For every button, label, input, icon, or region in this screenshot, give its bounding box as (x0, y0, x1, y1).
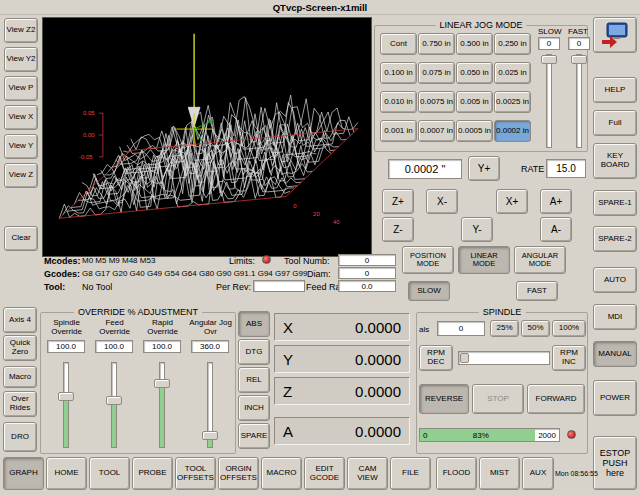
dro-rel-button[interactable]: REL (238, 367, 270, 393)
tab-edit-gcode[interactable]: EDIT GCODE (304, 457, 345, 490)
feed-override-slider[interactable] (106, 362, 122, 448)
rate-label: RATE (521, 164, 544, 174)
full-button[interactable]: Full (593, 110, 637, 136)
dro-axis-value: 0.0000 (355, 351, 401, 368)
angular-mode-button[interactable]: ANGULAR MODE (514, 246, 566, 274)
feed-rate-field: 0.0 (338, 280, 396, 292)
jog-increment-button[interactable]: 0.005 in (456, 91, 493, 113)
dro-axis-value: 0.0000 (355, 423, 401, 440)
jog-increment-button[interactable]: 0.750 in (418, 33, 455, 55)
view-y-button[interactable]: View Y (4, 134, 38, 159)
jog-increment-button[interactable]: 0.250 in (494, 33, 531, 55)
jog-increment-button[interactable]: 0.025 in (494, 62, 531, 84)
jog-increment-button[interactable]: 0.0075 in (418, 91, 455, 113)
spindle-group-title: SPINDLE (479, 307, 526, 317)
jog-increment-button[interactable]: 0.010 in (380, 91, 417, 113)
jog-increment-button[interactable]: 0.100 in (380, 62, 417, 84)
jog-increment-button[interactable]: 0.050 in (456, 62, 493, 84)
jog-increment-button[interactable]: Cont (380, 33, 417, 55)
slow-slider-label: SLOW (538, 27, 562, 36)
dro-y-row: Y 0.0000 (274, 345, 410, 373)
jog-z-plus-button[interactable]: Z+ (382, 189, 414, 214)
jog-fast-button[interactable]: FAST (516, 281, 558, 301)
jog-a-minus-button[interactable]: A- (540, 217, 572, 242)
tab-tool[interactable]: TOOL (89, 457, 130, 490)
quick-zero-button[interactable]: Quick Zero (3, 335, 37, 361)
jog-increment-button-selected[interactable]: 0.0002 in (494, 120, 531, 142)
dro-dtg-button[interactable]: DTG (238, 339, 270, 365)
overrides-side-button[interactable]: Over Rides (3, 391, 37, 417)
help-button[interactable]: HELP (593, 77, 637, 103)
jog-increment-button[interactable]: 0.500 in (456, 33, 493, 55)
dro-axis-letter: A (283, 423, 293, 440)
jog-z-minus-button[interactable]: Z- (382, 217, 414, 242)
tab-macro[interactable]: MACRO (261, 457, 302, 490)
view-y2-button[interactable]: View Y2 (4, 47, 38, 72)
power-button[interactable]: POWER (593, 380, 637, 416)
manual-mode-button[interactable]: MANUAL (593, 341, 637, 367)
view-clear-button[interactable]: Clear (4, 226, 38, 251)
jog-increment-button[interactable]: 0.001 in (380, 120, 417, 142)
jog-slow-button[interactable]: SLOW (408, 281, 450, 301)
dro-side-button[interactable]: DRO (3, 422, 37, 452)
tab-graph[interactable]: GRAPH (3, 457, 44, 490)
view-p-button[interactable]: View P (4, 76, 38, 101)
keyboard-button[interactable]: KEY BOARD (593, 143, 637, 179)
jog-increment-button[interactable]: 0.0005 in (456, 120, 493, 142)
tab-cam-view[interactable]: CAM VIEW (347, 457, 388, 490)
jog-x-minus-button[interactable]: X- (426, 189, 458, 214)
spindle-100pct-button[interactable]: 100% (552, 320, 586, 337)
slow-jog-slider[interactable] (541, 54, 557, 148)
limits-label: Limits: (229, 256, 255, 266)
tab-file[interactable]: FILE (390, 457, 431, 490)
axis-select-button[interactable]: Axis 4 (3, 307, 37, 333)
dro-axis-value: 0.0000 (355, 319, 401, 336)
spindle-50pct-button[interactable]: 50% (521, 320, 550, 337)
jog-increment-button[interactable]: 0.0025 in (494, 91, 531, 113)
jog-a-plus-button[interactable]: A+ (540, 189, 572, 214)
spindle-reverse-button[interactable]: REVERSE (419, 384, 469, 414)
view-x-button[interactable]: View X (4, 105, 38, 130)
auto-mode-button[interactable]: AUTO (593, 267, 637, 293)
spindle-forward-button[interactable]: FORWARD (527, 384, 585, 414)
tab-probe[interactable]: PROBE (132, 457, 173, 490)
spindle-override-slider[interactable] (58, 362, 74, 448)
tab-home[interactable]: HOME (46, 457, 87, 490)
spare2-button[interactable]: SPARE-2 (593, 226, 637, 252)
flood-button[interactable]: FLOOD (436, 457, 477, 490)
jog-y-minus-button[interactable]: Y- (461, 217, 493, 242)
dro-z-row: Z 0.0000 (274, 377, 410, 405)
macro-side-button[interactable]: Macro (3, 366, 37, 388)
gcode-3d-preview[interactable]: 0.05 0.00 -0.05 0 20 40 (42, 17, 372, 257)
jog-increment-button[interactable]: 0.0007 in (418, 120, 455, 142)
exit-button[interactable] (593, 17, 637, 53)
spindle-speed-slider[interactable] (458, 351, 550, 365)
aux-button[interactable]: AUX (522, 457, 554, 490)
linear-mode-button[interactable]: LINEAR MODE (458, 246, 510, 274)
mdi-mode-button[interactable]: MDI (593, 304, 637, 330)
spare1-button[interactable]: SPARE-1 (593, 190, 637, 216)
spindle-stop-button[interactable]: STOP (472, 384, 524, 414)
spindle-25pct-button[interactable]: 25% (490, 320, 519, 337)
estop-button[interactable]: ESTOP PUSH here (593, 436, 637, 490)
mist-button[interactable]: MIST (479, 457, 520, 490)
angular-jog-override-slider[interactable] (202, 362, 218, 448)
tab-origin-offsets[interactable]: ORGIN OFFSETS (218, 457, 259, 490)
spindle-rpm-field: 0 (437, 321, 485, 336)
jog-increment-button[interactable]: 0.075 in (418, 62, 455, 84)
rpm-decrease-button[interactable]: RPM DEC (419, 345, 453, 371)
diam-label: Diam: (307, 269, 331, 279)
dro-inch-button[interactable]: INCH (238, 395, 270, 421)
tab-tool-offsets[interactable]: TOOL OFFSETS (175, 457, 216, 490)
jog-y-plus-button[interactable]: Y+ (468, 156, 500, 181)
dro-abs-button[interactable]: ABS (238, 311, 270, 337)
rpm-increase-button[interactable]: RPM INC (552, 345, 586, 371)
view-z-button[interactable]: View Z (4, 163, 38, 188)
view-z2-button[interactable]: View Z2 (4, 18, 38, 43)
position-mode-button[interactable]: POSITION MODE (402, 246, 454, 274)
dro-spare-button[interactable]: SPARE (238, 423, 270, 449)
plot-y-tick: -0.05 (79, 154, 93, 160)
jog-x-plus-button[interactable]: X+ (496, 189, 528, 214)
rapid-override-slider[interactable] (154, 362, 170, 448)
fast-jog-slider[interactable] (571, 54, 587, 148)
